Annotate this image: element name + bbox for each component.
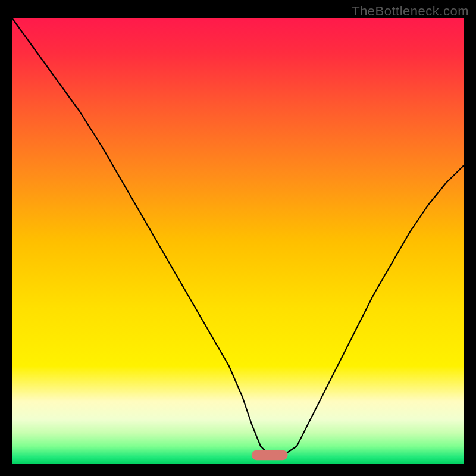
chart-svg bbox=[12, 18, 464, 464]
optimal-marker bbox=[252, 450, 288, 461]
gradient-background bbox=[12, 18, 464, 464]
watermark-text: TheBottleneck.com bbox=[352, 4, 469, 19]
chart-frame: TheBottleneck.com bbox=[0, 0, 476, 476]
plot-area bbox=[12, 18, 464, 464]
